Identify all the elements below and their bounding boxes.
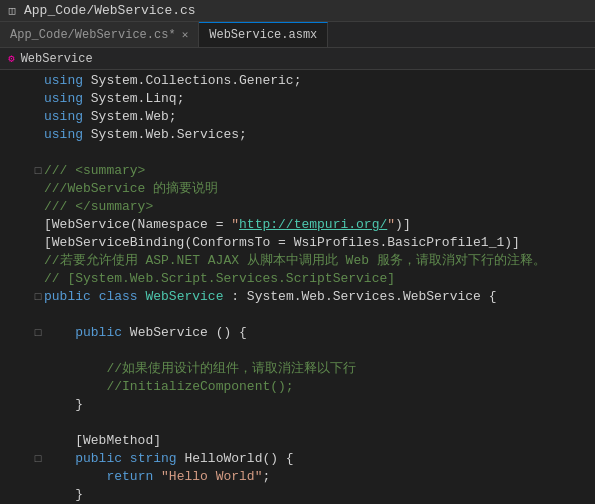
line-10: [WebServiceBinding(ConformsTo = WsiProfi… bbox=[30, 234, 595, 252]
close-icon[interactable]: ✕ bbox=[182, 28, 189, 41]
title-bar: ◫ App_Code/WebService.cs bbox=[0, 0, 595, 22]
collapse-3 bbox=[32, 108, 44, 126]
line-14 bbox=[30, 306, 595, 324]
file-header-label: WebService bbox=[21, 52, 93, 66]
tab-webservice-cs[interactable]: App_Code/WebService.cs* ✕ bbox=[0, 22, 199, 47]
title-bar-label: App_Code/WebService.cs bbox=[24, 3, 196, 18]
line-8: /// </summary> bbox=[30, 198, 595, 216]
line-5 bbox=[30, 144, 595, 162]
tab-label: WebService.asmx bbox=[209, 28, 317, 42]
line-22: □ public string HelloWorld() { bbox=[30, 450, 595, 468]
line-6: □ /// <summary> bbox=[30, 162, 595, 180]
line-9: [WebService(Namespace = "http://tempuri.… bbox=[30, 216, 595, 234]
line-16 bbox=[30, 342, 595, 360]
line-1: using System.Collections.Generic; bbox=[30, 72, 595, 90]
line-21: [WebMethod] bbox=[30, 432, 595, 450]
line-3: using System.Web; bbox=[30, 108, 595, 126]
line-15: □ public WebService () { bbox=[30, 324, 595, 342]
line-11: //若要允许使用 ASP.NET AJAX 从脚本中调用此 Web 服务，请取消… bbox=[30, 252, 595, 270]
line-17: //如果使用设计的组件，请取消注释以下行 bbox=[30, 360, 595, 378]
collapse-1 bbox=[32, 72, 44, 90]
line-13: □ public class WebService : System.Web.S… bbox=[30, 288, 595, 306]
line-12: // [System.Web.Script.Services.ScriptSer… bbox=[30, 270, 595, 288]
editor-area: using System.Collections.Generic; using … bbox=[0, 70, 595, 504]
title-bar-icon: ◫ bbox=[4, 3, 20, 19]
collapse-15[interactable]: □ bbox=[32, 324, 44, 342]
file-header: ⚙ WebService bbox=[0, 48, 595, 70]
tabs-bar: App_Code/WebService.cs* ✕ WebService.asm… bbox=[0, 22, 595, 48]
tab-webservice-asmx[interactable]: WebService.asmx bbox=[199, 22, 328, 47]
line-23: return "Hello World"; bbox=[30, 468, 595, 486]
line-4: using System.Web.Services; bbox=[30, 126, 595, 144]
collapse-13[interactable]: □ bbox=[32, 288, 44, 306]
collapse-2 bbox=[32, 90, 44, 108]
line-19: } bbox=[30, 396, 595, 414]
line-18: //InitializeComponent(); bbox=[30, 378, 595, 396]
collapse-4 bbox=[32, 126, 44, 144]
line-20 bbox=[30, 414, 595, 432]
tab-label: App_Code/WebService.cs* bbox=[10, 28, 176, 42]
line-7: ///WebService 的摘要说明 bbox=[30, 180, 595, 198]
collapse-6[interactable]: □ bbox=[32, 162, 44, 180]
line-24: } bbox=[30, 486, 595, 504]
line-2: using System.Linq; bbox=[30, 90, 595, 108]
collapse-22[interactable]: □ bbox=[32, 450, 44, 468]
code-content[interactable]: using System.Collections.Generic; using … bbox=[30, 70, 595, 504]
left-gutter bbox=[0, 70, 30, 504]
file-header-icon: ⚙ bbox=[8, 52, 15, 65]
